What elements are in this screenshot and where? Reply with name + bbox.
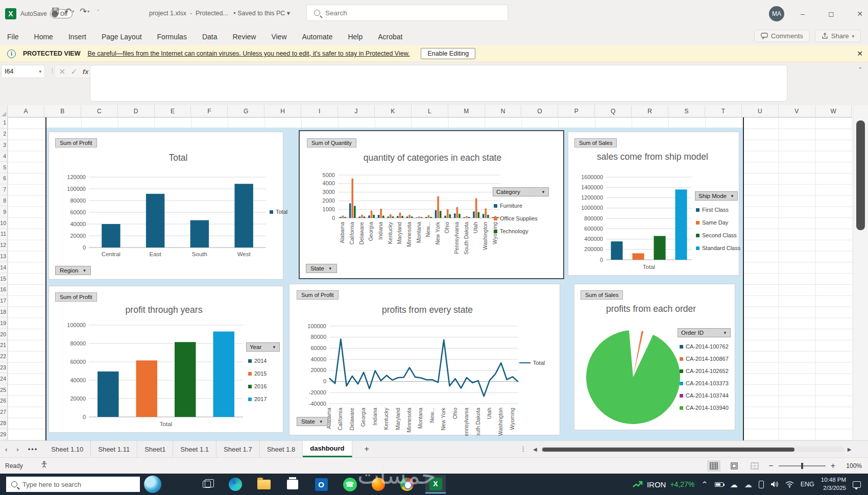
row-header-7[interactable]: 7 [0, 184, 7, 195]
onedrive-icon[interactable]: ☁ [730, 481, 738, 488]
row-header-11[interactable]: 11 [0, 229, 7, 240]
accessibility-icon[interactable] [40, 461, 48, 471]
comments-button[interactable]: Comments [754, 30, 810, 42]
chart-panel-profits-by-order[interactable]: Sum of Sales profits from each order Ord… [574, 284, 735, 430]
zoom-level[interactable]: 100% [842, 462, 862, 469]
outlook-icon[interactable]: O [311, 475, 331, 493]
column-header-R[interactable]: R [632, 105, 668, 117]
row-header-4[interactable]: 4 [0, 151, 7, 162]
vertical-scrollbar[interactable] [853, 105, 868, 440]
row-header-29[interactable]: 29 [0, 429, 7, 440]
whatsapp-icon[interactable]: ☎ [340, 475, 360, 493]
select-all-corner[interactable] [0, 105, 8, 117]
column-header-J[interactable]: J [338, 105, 375, 117]
column-header-Q[interactable]: Q [595, 105, 632, 117]
column-header-I[interactable]: I [301, 105, 338, 117]
volume-icon[interactable] [770, 481, 779, 488]
language-indicator[interactable]: ENG [801, 481, 814, 488]
avatar[interactable]: MA [769, 6, 784, 21]
edge-icon[interactable] [225, 475, 246, 493]
chart-panel-sales-by-ship-mode[interactable]: Sum of Sales sales come from ship model … [568, 132, 739, 276]
bar-chart-ship-mode[interactable]: 0200000400000600000800000100000012000001… [568, 132, 740, 276]
banner-close-icon[interactable]: ✕ [857, 50, 863, 58]
row-header-12[interactable]: 12 [0, 240, 7, 251]
sheet-tab-sheet1[interactable]: Sheet1 [137, 441, 173, 457]
your-phone-icon[interactable] [759, 481, 764, 488]
row-header-26[interactable]: 26 [0, 395, 7, 407]
column-header-V[interactable]: V [779, 105, 815, 117]
page-break-view-button[interactable] [748, 460, 761, 472]
zoom-slider[interactable] [779, 465, 826, 466]
microsoft-store-icon[interactable] [282, 475, 303, 493]
sheet-tab-sheet-1.10[interactable]: Sheet 1.10 [44, 441, 91, 457]
column-header-L[interactable]: L [412, 105, 448, 117]
chart-panel-profit-by-region[interactable]: Sum of Profit Total 02000040000600008000… [49, 132, 283, 280]
menu-tab-insert[interactable]: Insert [68, 33, 86, 41]
state-filter-button[interactable]: State▼ [297, 417, 328, 426]
column-headers[interactable]: ABCDEFGHIJKLMNOPQRSTUVW [0, 105, 852, 117]
column-header-A[interactable]: A [8, 105, 44, 117]
all-sheets-icon[interactable]: ••• [28, 445, 38, 453]
sheet-tab-sheet-1.7[interactable]: Sheet 1.7 [216, 441, 260, 457]
menu-tab-file[interactable]: File [7, 33, 19, 41]
category-legend-button[interactable]: Category▼ [493, 187, 549, 196]
row-headers[interactable]: 1234567891011121314151617181920212223242… [0, 117, 8, 440]
row-header-17[interactable]: 17 [0, 295, 7, 307]
row-header-27[interactable]: 27 [0, 407, 7, 418]
confirm-entry-icon[interactable]: ✓ [70, 67, 77, 77]
prev-sheet-icon[interactable]: ‹ [5, 445, 7, 453]
stock-ticker[interactable]: IRON +4,27% [633, 480, 694, 489]
column-header-S[interactable]: S [668, 105, 705, 117]
cancel-entry-icon[interactable]: ✕ [59, 67, 65, 77]
row-header-19[interactable]: 19 [0, 317, 7, 329]
row-header-1[interactable]: 1 [0, 117, 7, 129]
restore-icon[interactable]: ◻ [824, 7, 838, 20]
zoom-in-icon[interactable]: + [831, 461, 835, 471]
share-button[interactable]: Share ▾ [815, 30, 861, 42]
column-header-M[interactable]: M [448, 105, 485, 117]
protected-view-message[interactable]: Be careful—files from the Internet can c… [88, 50, 410, 57]
chart-panel-profit-by-state[interactable]: Sum of Profit profits from every state -… [289, 284, 560, 435]
insert-function-icon[interactable]: fx [83, 68, 89, 76]
horizontal-scrollbar-thumb[interactable] [542, 448, 794, 452]
add-sheet-button[interactable]: + [352, 441, 381, 457]
row-header-23[interactable]: 23 [0, 362, 7, 374]
column-header-N[interactable]: N [485, 105, 522, 117]
menu-tab-data[interactable]: Data [202, 33, 218, 41]
customize-toolbar-icon[interactable]: ⌄ [96, 7, 100, 12]
notification-center-icon[interactable] [853, 481, 861, 488]
firefox-icon[interactable] [368, 475, 389, 493]
column-header-O[interactable]: O [521, 105, 558, 117]
column-header-P[interactable]: P [558, 105, 595, 117]
row-header-22[interactable]: 22 [0, 351, 7, 362]
battery-icon[interactable] [715, 482, 724, 487]
search-input[interactable]: Search [306, 5, 508, 21]
state-filter-button[interactable]: State▼ [306, 264, 337, 273]
sheet-tab-sheet-1.11[interactable]: Sheet 1.11 [91, 441, 137, 457]
column-header-W[interactable]: W [815, 105, 852, 117]
chart-panel-quantity-by-state[interactable]: Sum of Quantity quantity of categories i… [299, 130, 564, 279]
column-header-D[interactable]: D [118, 105, 155, 117]
menu-tab-formulas[interactable]: Formulas [157, 33, 187, 41]
horizontal-scrollbar[interactable] [540, 447, 845, 452]
task-view-icon[interactable] [197, 475, 217, 493]
save-icon[interactable]: 🖫 [51, 7, 60, 16]
taskbar-search-input[interactable]: Type here to search [6, 477, 140, 492]
formula-input[interactable] [90, 65, 787, 102]
hscroll-right-icon[interactable]: ▶ [848, 447, 852, 452]
order-id-legend-button[interactable]: Order ID▼ [678, 328, 731, 337]
enable-editing-button[interactable]: Enable Editing [421, 48, 475, 59]
menu-tab-page-layout[interactable]: Page Layout [102, 33, 142, 41]
tab-options-icon[interactable]: ⋮ [520, 445, 526, 453]
menu-tab-automate[interactable]: Automate [302, 33, 333, 41]
normal-view-button[interactable] [707, 460, 720, 472]
row-header-9[interactable]: 9 [0, 206, 7, 217]
clock[interactable]: 10:48 PM 2/3/2025 [821, 476, 846, 492]
row-header-24[interactable]: 24 [0, 373, 7, 384]
close-icon[interactable]: ✕ [853, 7, 867, 20]
row-header-5[interactable]: 5 [0, 162, 7, 173]
bar-chart-profit-by-region[interactable]: 020000400006000080000100000120000Central… [49, 132, 284, 280]
next-sheet-icon[interactable]: › [16, 445, 18, 453]
row-header-16[interactable]: 16 [0, 284, 7, 295]
page-layout-view-button[interactable] [728, 460, 741, 472]
